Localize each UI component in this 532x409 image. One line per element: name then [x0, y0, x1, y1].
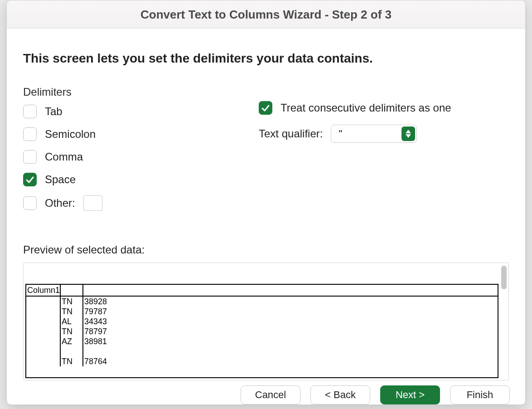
dialog-footer: Cancel < Back Next > Finish [7, 385, 525, 404]
preview-cell-state: TN [61, 326, 83, 336]
preview-table: Column1 TN38928TN79787AL34343TN78797AZ38… [25, 284, 498, 378]
treat-consecutive-label: Treat consecutive delimiters as one [281, 102, 451, 114]
space-checkbox[interactable] [23, 173, 37, 186]
preview-row [26, 346, 498, 356]
preview-scrollbar[interactable] [501, 266, 507, 289]
preview-cell-zip: 34343 [83, 316, 498, 326]
other-label: Other: [45, 197, 75, 209]
delimiters-label: Delimiters [23, 86, 241, 98]
semicolon-checkbox[interactable] [23, 127, 37, 141]
preview-cell-zip: 79787 [83, 307, 498, 316]
space-label: Space [45, 173, 76, 186]
preview-row: AL34343 [26, 316, 498, 326]
wizard-dialog: Convert Text to Columns Wizard - Step 2 … [6, 0, 526, 405]
tab-checkbox[interactable] [23, 105, 37, 118]
comma-label: Comma [45, 151, 83, 163]
svg-marker-0 [406, 130, 411, 133]
preview-cell-zip: 78797 [83, 326, 498, 336]
preview-row: AZ38981 [26, 336, 498, 346]
semicolon-label: Semicolon [45, 128, 96, 141]
preview-cell-zip: 78764 [83, 356, 498, 366]
preview-cell-zip: 38928 [83, 297, 498, 307]
preview-cell-state: AL [61, 316, 83, 326]
text-qualifier-label: Text qualifier: [259, 127, 323, 140]
next-button[interactable]: Next > [380, 385, 440, 404]
preview-column-header: Column1 [26, 285, 61, 296]
dialog-intro: This screen lets you set the delimiters … [23, 51, 509, 66]
tab-label: Tab [45, 105, 63, 118]
preview-row: TN38928 [26, 297, 498, 307]
other-delimiter-input[interactable] [83, 195, 102, 211]
cancel-button[interactable]: Cancel [241, 385, 300, 404]
comma-checkbox[interactable] [23, 150, 37, 164]
dialog-title: Convert Text to Columns Wizard - Step 2 … [7, 0, 525, 29]
preview-row: TN78764 [26, 356, 498, 366]
preview-cell-zip: 38981 [83, 336, 498, 346]
preview-cell-state: TN [61, 307, 83, 316]
treat-consecutive-checkbox[interactable] [259, 101, 272, 115]
svg-marker-1 [406, 134, 411, 138]
preview-cell-state: TN [61, 297, 83, 307]
back-button[interactable]: < Back [310, 385, 370, 404]
preview-cell-state: TN [61, 356, 83, 366]
preview-row: TN78797 [26, 326, 498, 336]
text-qualifier-value: " [339, 128, 342, 140]
preview-cell-state [61, 346, 83, 356]
finish-button[interactable]: Finish [450, 385, 510, 404]
preview-pane: Column1 TN38928TN79787AL34343TN78797AZ38… [23, 263, 509, 380]
preview-cell-state: AZ [61, 336, 83, 346]
preview-cell-zip [83, 346, 498, 356]
text-qualifier-stepper-icon[interactable] [401, 127, 415, 141]
preview-row: TN79787 [26, 307, 498, 316]
preview-label: Preview of selected data: [23, 243, 509, 256]
dialog-body: This screen lets you set the delimiters … [7, 29, 525, 385]
other-checkbox[interactable] [23, 196, 37, 210]
